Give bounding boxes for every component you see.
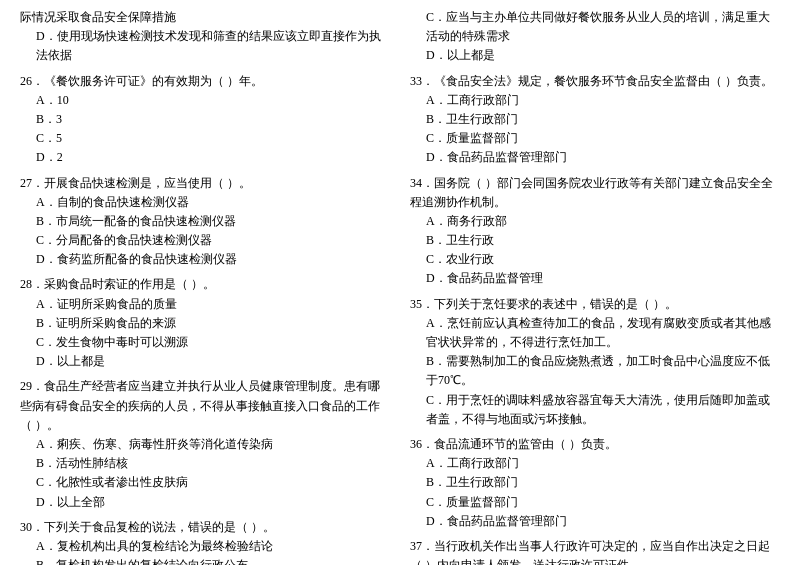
option-36-d: D．食品药品监督管理部门 [410, 512, 780, 531]
option-34-a: A．商务行政部 [410, 212, 780, 231]
option-36-b: B．卫生行政部门 [410, 473, 780, 492]
question-34-text: 34．国务院（ ）部门会同国务院农业行政等有关部门建立食品安全全程追溯协作机制。 [410, 174, 780, 212]
option-27-d: D．食药监所配备的食品快速检测仪器 [20, 250, 390, 269]
option-27-b: B．市局统一配备的食品快速检测仪器 [20, 212, 390, 231]
question-intro: 际情况采取食品安全保障措施 D．使用现场快速检测技术发现和筛查的结果应该立即直接… [20, 8, 390, 66]
option-33-c: C．质量监督部门 [410, 129, 780, 148]
question-26: 26．《餐饮服务许可证》的有效期为（ ）年。 A．10 B．3 C．5 D．2 [20, 72, 390, 168]
option-30-a: A．复检机构出具的复检结论为最终检验结论 [20, 537, 390, 556]
option-26-a: A．10 [20, 91, 390, 110]
option-33-d: D．食品药品监督管理部门 [410, 148, 780, 167]
option-32-d: D．以上都是 [410, 46, 780, 65]
option-34-c: C．农业行政 [410, 250, 780, 269]
option-27-a: A．自制的食品快速检测仪器 [20, 193, 390, 212]
option-34-b: B．卫生行政 [410, 231, 780, 250]
question-34: 34．国务院（ ）部门会同国务院农业行政等有关部门建立食品安全全程追溯协作机制。… [410, 174, 780, 289]
question-26-text: 26．《餐饮服务许可证》的有效期为（ ）年。 [20, 72, 390, 91]
option-28-d: D．以上都是 [20, 352, 390, 371]
option-29-d: D．以上全部 [20, 493, 390, 512]
option-28-b: B．证明所采购食品的来源 [20, 314, 390, 333]
option-29-c: C．化脓性或者渗出性皮肤病 [20, 473, 390, 492]
option-28-c: C．发生食物中毒时可以溯源 [20, 333, 390, 352]
question-30: 30．下列关于食品复检的说法，错误的是（ ）。 A．复检机构出具的复检结论为最终… [20, 518, 390, 565]
question-intro-text: 际情况采取食品安全保障措施 [20, 8, 390, 27]
question-36: 36．食品流通环节的监管由（ ）负责。 A．工商行政部门 B．卫生行政部门 C．… [410, 435, 780, 531]
option-26-b: B．3 [20, 110, 390, 129]
question-33-text: 33．《食品安全法》规定，餐饮服务环节食品安全监督由（ ）负责。 [410, 72, 780, 91]
question-37: 37．当行政机关作出当事人行政许可决定的，应当自作出决定之日起（ ）内向申请人颁… [410, 537, 780, 565]
question-37-text: 37．当行政机关作出当事人行政许可决定的，应当自作出决定之日起（ ）内向申请人颁… [410, 537, 780, 565]
option-35-a: A．烹饪前应认真检查待加工的食品，发现有腐败变质或者其他感官状状异常的，不得进行… [410, 314, 780, 352]
option-29-a: A．痢疾、伤寒、病毒性肝炎等消化道传染病 [20, 435, 390, 454]
option: D．使用现场快速检测技术发现和筛查的结果应该立即直接作为执法依据 [20, 27, 390, 65]
question-33: 33．《食品安全法》规定，餐饮服务环节食品安全监督由（ ）负责。 A．工商行政部… [410, 72, 780, 168]
option-34-d: D．食品药品监督管理 [410, 269, 780, 288]
option-36-a: A．工商行政部门 [410, 454, 780, 473]
option-33-a: A．工商行政部门 [410, 91, 780, 110]
option-29-b: B．活动性肺结核 [20, 454, 390, 473]
question-32-cont: C．应当与主办单位共同做好餐饮服务从业人员的培训，满足重大活动的特殊需求 D．以… [410, 8, 780, 66]
question-35: 35．下列关于烹饪要求的表述中，错误的是（ ）。 A．烹饪前应认真检查待加工的食… [410, 295, 780, 429]
option-36-c: C．质量监督部门 [410, 493, 780, 512]
option-35-c: C．用于烹饪的调味料盛放容器宜每天大清洗，使用后随即加盖或者盖，不得与地面或污坏… [410, 391, 780, 429]
question-35-text: 35．下列关于烹饪要求的表述中，错误的是（ ）。 [410, 295, 780, 314]
question-27-text: 27．开展食品快速检测是，应当使用（ ）。 [20, 174, 390, 193]
question-30-text: 30．下列关于食品复检的说法，错误的是（ ）。 [20, 518, 390, 537]
option-32-c: C．应当与主办单位共同做好餐饮服务从业人员的培训，满足重大活动的特殊需求 [410, 8, 780, 46]
question-29: 29．食品生产经营者应当建立并执行从业人员健康管理制度。患有哪些病有碍食品安全的… [20, 377, 390, 511]
question-28-text: 28．采购食品时索证的作用是（ ）。 [20, 275, 390, 294]
question-29-text: 29．食品生产经营者应当建立并执行从业人员健康管理制度。患有哪些病有碍食品安全的… [20, 377, 390, 435]
option-26-c: C．5 [20, 129, 390, 148]
option-27-c: C．分局配备的食品快速检测仪器 [20, 231, 390, 250]
option-26-d: D．2 [20, 148, 390, 167]
question-28: 28．采购食品时索证的作用是（ ）。 A．证明所采购食品的质量 B．证明所采购食… [20, 275, 390, 371]
question-27: 27．开展食品快速检测是，应当使用（ ）。 A．自制的食品快速检测仪器 B．市局… [20, 174, 390, 270]
question-36-text: 36．食品流通环节的监管由（ ）负责。 [410, 435, 780, 454]
option-30-b: B．复检机构发出的复检结论向行政公布 [20, 556, 390, 565]
option-28-a: A．证明所采购食品的质量 [20, 295, 390, 314]
option-35-b: B．需要熟制加工的食品应烧熟煮透，加工时食品中心温度应不低于70℃。 [410, 352, 780, 390]
page-content: 际情况采取食品安全保障措施 D．使用现场快速检测技术发现和筛查的结果应该立即直接… [20, 8, 780, 565]
option-33-b: B．卫生行政部门 [410, 110, 780, 129]
